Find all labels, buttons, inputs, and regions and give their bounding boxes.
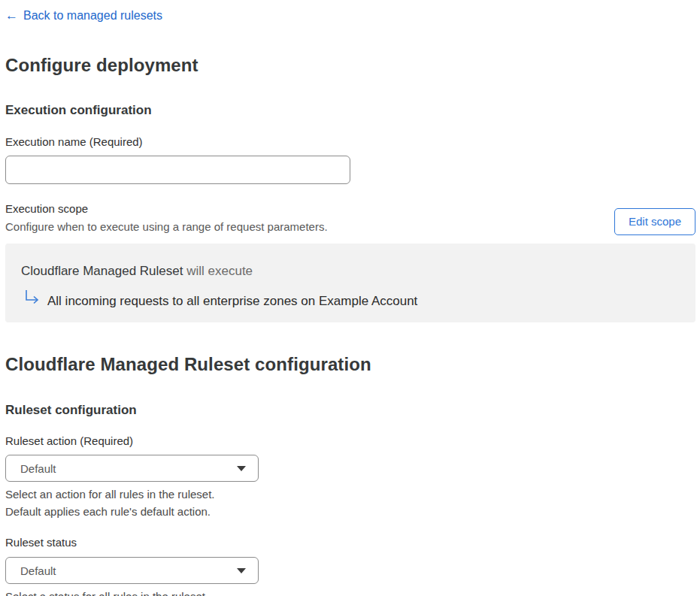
execution-scope-text: Execution scope Configure when to execut… [5,203,328,233]
ruleset-action-help-1: Select an action for all rules in the ru… [5,488,695,501]
ruleset-configuration-subheading: Ruleset configuration [5,404,695,417]
branch-arrow-icon [24,289,41,308]
ruleset-status-select[interactable]: Default [5,557,259,584]
edit-scope-button[interactable]: Edit scope [614,208,695,235]
execution-scope-row: Execution scope Configure when to execut… [5,203,695,235]
ruleset-action-select[interactable]: Default [5,455,259,482]
ruleset-configuration-page-heading: Cloudflare Managed Ruleset configuration [5,355,695,374]
scope-summary-detail: All incoming requests to all enterprise … [24,289,680,308]
execution-configuration-heading: Execution configuration [5,104,695,117]
ruleset-status-label: Ruleset status [5,537,695,549]
chevron-down-icon [237,568,246,573]
chevron-down-icon [237,466,246,471]
page-title: Configure deployment [5,56,695,75]
will-execute-text: will execute [183,264,253,278]
ruleset-name: Cloudflare Managed Ruleset [21,264,183,278]
execution-scope-description: Configure when to execute using a range … [5,220,328,233]
back-link-label: Back to managed rulesets [23,9,162,22]
ruleset-status-help: Select a status for all rules in the rul… [5,590,695,596]
scope-summary-heading: Cloudflare Managed Ruleset will execute [21,265,680,278]
scope-summary-box: Cloudflare Managed Ruleset will execute … [5,244,695,322]
ruleset-status-value: Default [20,564,56,577]
execution-name-label: Execution name (Required) [5,136,695,148]
configure-deployment-page: ← Back to managed rulesets Configure dep… [0,0,700,596]
scope-summary-text: All incoming requests to all enterprise … [47,294,417,308]
execution-scope-label: Execution scope [5,203,328,215]
execution-name-input[interactable] [5,156,350,184]
ruleset-action-label: Ruleset action (Required) [5,435,695,447]
back-arrow-icon: ← [5,9,18,22]
ruleset-action-value: Default [20,462,56,475]
back-to-managed-rulesets-link[interactable]: ← Back to managed rulesets [5,9,162,22]
ruleset-action-help-2: Default applies each rule's default acti… [5,505,695,518]
